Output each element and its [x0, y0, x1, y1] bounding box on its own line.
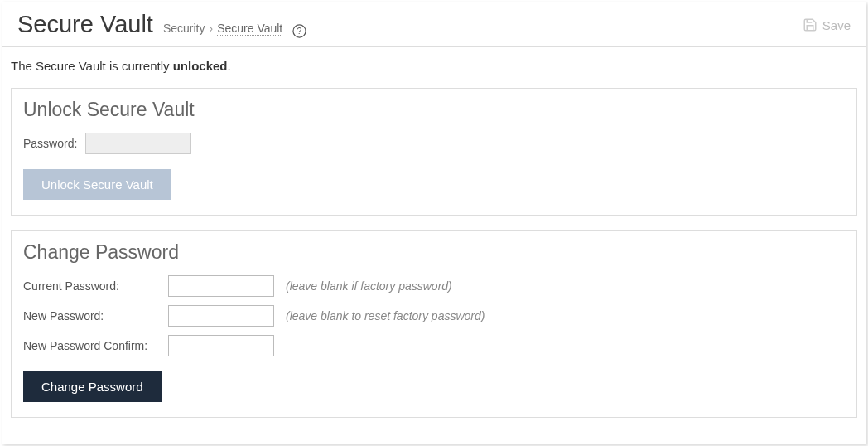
- confirm-password-input[interactable]: [168, 335, 274, 356]
- current-password-input[interactable]: [168, 275, 274, 297]
- status-suffix: .: [228, 59, 231, 73]
- breadcrumb-current: Secure Vault: [217, 22, 282, 36]
- current-password-hint: (leave blank if factory password): [286, 279, 452, 293]
- chevron-right-icon: ›: [209, 22, 213, 35]
- new-password-label: New Password:: [23, 309, 160, 322]
- new-password-row: New Password: (leave blank to reset fact…: [23, 305, 845, 327]
- unlock-password-label: Password:: [23, 137, 77, 150]
- unlock-panel-title: Unlock Secure Vault: [23, 99, 845, 121]
- save-icon: [803, 17, 817, 32]
- status-state: unlocked: [173, 59, 228, 73]
- unlock-password-row: Password:: [23, 133, 845, 154]
- confirm-password-row: New Password Confirm:: [23, 335, 845, 356]
- page-title: Secure Vault: [17, 11, 153, 38]
- status-prefix: The Secure Vault is currently: [11, 59, 173, 73]
- unlock-password-input: [85, 133, 191, 154]
- save-action[interactable]: Save: [803, 17, 851, 32]
- change-password-panel: Change Password Current Password: (leave…: [11, 230, 857, 418]
- help-icon[interactable]: ?: [292, 23, 306, 38]
- new-password-input[interactable]: [168, 305, 274, 327]
- unlock-panel: Unlock Secure Vault Password: Unlock Sec…: [11, 88, 857, 216]
- content-area: The Secure Vault is currently unlocked. …: [2, 47, 866, 441]
- unlock-button: Unlock Secure Vault: [23, 169, 171, 200]
- current-password-label: Current Password:: [23, 279, 160, 293]
- change-panel-title: Change Password: [23, 241, 845, 264]
- breadcrumb-parent[interactable]: Security: [163, 22, 205, 35]
- current-password-row: Current Password: (leave blank if factor…: [23, 275, 845, 297]
- confirm-password-label: New Password Confirm:: [23, 339, 160, 352]
- page-header: Secure Vault Security › Secure Vault ? S…: [2, 2, 866, 47]
- vault-status: The Secure Vault is currently unlocked.: [11, 59, 861, 73]
- change-password-button[interactable]: Change Password: [23, 371, 162, 402]
- new-password-hint: (leave blank to reset factory password): [286, 309, 485, 322]
- breadcrumb: Security › Secure Vault ?: [163, 21, 306, 36]
- svg-text:?: ?: [297, 27, 301, 36]
- save-label: Save: [822, 18, 851, 32]
- header-left: Secure Vault Security › Secure Vault ?: [17, 11, 306, 38]
